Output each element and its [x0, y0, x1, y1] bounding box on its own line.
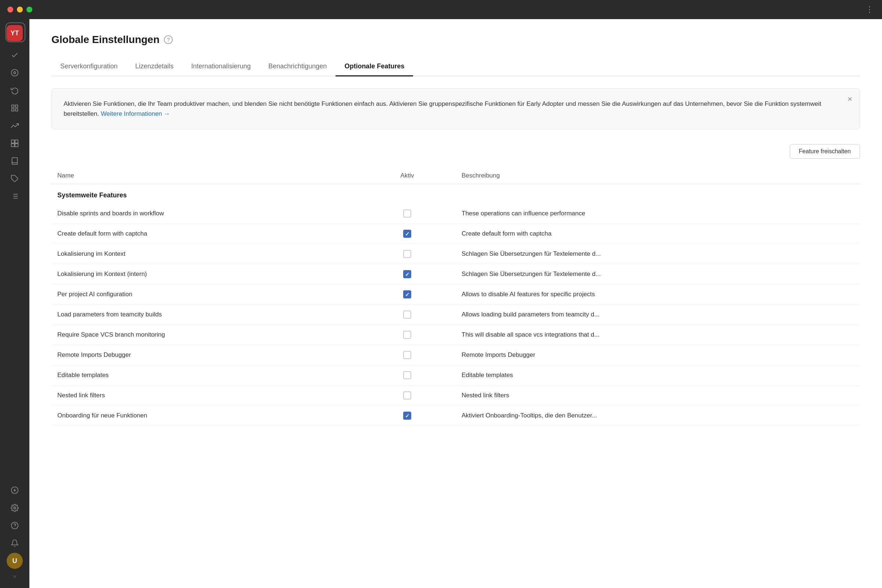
- feature-aktiv-cell: [358, 406, 456, 426]
- app-logo[interactable]: YT: [7, 25, 23, 41]
- tab-benachrichtigungen[interactable]: Benachrichtigungen: [260, 57, 336, 76]
- sidebar-bell-icon[interactable]: [7, 535, 23, 551]
- feature-aktiv-cell: [358, 204, 456, 224]
- feature-name: Editable templates: [51, 365, 358, 386]
- feature-checkbox[interactable]: [403, 290, 411, 298]
- feature-checkbox[interactable]: [403, 371, 411, 379]
- tab-serverkonfiguration[interactable]: Serverkonfiguration: [51, 57, 126, 76]
- maximize-button[interactable]: [27, 7, 32, 12]
- titlebar-menu-icon[interactable]: ⋮: [866, 5, 874, 14]
- info-banner: × Aktivieren Sie Funktionen, die Ihr Tea…: [51, 88, 860, 129]
- toolbar: Feature freischalten: [51, 144, 860, 159]
- sidebar-item-tags[interactable]: [7, 171, 23, 187]
- feature-name: Lokalisierung im Kontext: [51, 244, 358, 264]
- feature-description: Schlagen Sie Übersetzungen für Texteleme…: [456, 264, 860, 285]
- feature-aktiv-cell: [358, 345, 456, 365]
- titlebar: ⋮: [0, 0, 882, 19]
- feature-description: Nested link filters: [456, 386, 860, 406]
- feature-aktiv-cell: [358, 224, 456, 244]
- feature-checkbox[interactable]: [403, 270, 411, 278]
- feature-checkbox[interactable]: [403, 210, 411, 218]
- page-title: Globale Einstellungen: [51, 34, 159, 46]
- table-row: Load parameters from teamcity buildsAllo…: [51, 304, 860, 325]
- col-header-beschreibung: Beschreibung: [456, 168, 860, 184]
- main-content: Globale Einstellungen ? Serverkonfigurat…: [29, 19, 882, 588]
- feature-description: Editable templates: [456, 365, 860, 386]
- features-table: Name Aktiv Beschreibung Systemweite Feat…: [51, 168, 860, 426]
- feature-name: Create default form with captcha: [51, 224, 358, 244]
- sidebar-item-knowledge[interactable]: [7, 153, 23, 169]
- feature-checkbox[interactable]: [403, 412, 411, 420]
- feature-description: Schlagen Sie Übersetzungen für Texteleme…: [456, 244, 860, 264]
- svg-rect-7: [15, 140, 18, 143]
- feature-name: Per project AI configuration: [51, 285, 358, 304]
- feature-name: Disable sprints and boards in workflow: [51, 204, 358, 224]
- sidebar-item-stack[interactable]: [7, 188, 23, 204]
- svg-rect-5: [15, 109, 18, 111]
- tab-lizenzdetails[interactable]: Lizenzdetails: [126, 57, 182, 76]
- sidebar-item-boards[interactable]: [7, 100, 23, 116]
- feature-checkbox[interactable]: [403, 351, 411, 359]
- sidebar-item-activity[interactable]: [7, 82, 23, 99]
- section-title: Systemweite Features: [51, 184, 860, 204]
- user-avatar[interactable]: U: [7, 553, 23, 569]
- feature-name: Require Space VCS branch monitoring: [51, 325, 358, 345]
- page-help-icon[interactable]: ?: [164, 35, 173, 44]
- sidebar-item-apps[interactable]: [7, 135, 23, 152]
- table-row: Onboarding für neue FunktionenAktiviert …: [51, 406, 860, 426]
- feature-aktiv-cell: [358, 304, 456, 325]
- svg-rect-9: [15, 144, 18, 147]
- feature-aktiv-cell: [358, 365, 456, 386]
- tab-optionale-features[interactable]: Optionale Features: [336, 57, 413, 76]
- table-row: Per project AI configurationAllows to di…: [51, 285, 860, 304]
- close-button[interactable]: [8, 7, 13, 12]
- sidebar-settings-icon[interactable]: [7, 500, 23, 516]
- feature-checkbox[interactable]: [403, 250, 411, 258]
- feature-checkbox[interactable]: [403, 331, 411, 339]
- feature-name: Nested link filters: [51, 386, 358, 406]
- sidebar-item-projects[interactable]: [7, 64, 23, 81]
- feature-freischalten-button[interactable]: Feature freischalten: [790, 144, 860, 159]
- table-row: Disable sprints and boards in workflowTh…: [51, 204, 860, 224]
- svg-rect-4: [12, 109, 14, 111]
- sidebar-expand[interactable]: »: [7, 570, 23, 582]
- table-row: Remote Imports DebuggerRemote Imports De…: [51, 345, 860, 365]
- sidebar-item-reports[interactable]: [7, 118, 23, 134]
- sidebar-new-button[interactable]: [7, 482, 23, 498]
- table-row: Lokalisierung im Kontext (intern)Schlage…: [51, 264, 860, 285]
- feature-checkbox[interactable]: [403, 230, 411, 238]
- table-row: Require Space VCS branch monitoringThis …: [51, 325, 860, 345]
- table-row: Editable templatesEditable templates: [51, 365, 860, 386]
- svg-point-20: [14, 507, 16, 509]
- svg-rect-3: [15, 105, 18, 107]
- feature-checkbox[interactable]: [403, 310, 411, 319]
- tab-bar: Serverkonfiguration Lizenzdetails Intern…: [51, 57, 860, 76]
- sidebar-help-icon[interactable]: [7, 518, 23, 534]
- sidebar-item-issues[interactable]: [7, 47, 23, 63]
- feature-description: This will disable all space vcs integrat…: [456, 325, 860, 345]
- feature-aktiv-cell: [358, 244, 456, 264]
- svg-rect-2: [12, 105, 14, 107]
- svg-rect-8: [11, 144, 14, 147]
- table-row: Create default form with captchaCreate d…: [51, 224, 860, 244]
- feature-description: Allows to disable AI features for specif…: [456, 285, 860, 304]
- feature-name: Remote Imports Debugger: [51, 345, 358, 365]
- col-header-name: Name: [51, 168, 358, 184]
- svg-point-1: [14, 72, 16, 74]
- table-row: Lokalisierung im KontextSchlagen Sie Übe…: [51, 244, 860, 264]
- sidebar: YT U »: [0, 19, 29, 588]
- minimize-button[interactable]: [17, 7, 23, 12]
- banner-text: Aktivieren Sie Funktionen, die Ihr Team …: [64, 100, 821, 117]
- feature-aktiv-cell: [358, 264, 456, 285]
- feature-description: Remote Imports Debugger: [456, 345, 860, 365]
- feature-aktiv-cell: [358, 325, 456, 345]
- banner-close-button[interactable]: ×: [848, 94, 852, 104]
- feature-checkbox[interactable]: [403, 392, 411, 399]
- feature-name: Lokalisierung im Kontext (intern): [51, 264, 358, 285]
- feature-description: Allows loading build parameters from tea…: [456, 304, 860, 325]
- section-header-row: Systemweite Features: [51, 184, 860, 204]
- feature-name: Onboarding für neue Funktionen: [51, 406, 358, 426]
- banner-link[interactable]: Weitere Informationen →: [101, 110, 170, 117]
- tab-internationalisierung[interactable]: Internationalisierung: [182, 57, 260, 76]
- window-controls[interactable]: [8, 7, 32, 12]
